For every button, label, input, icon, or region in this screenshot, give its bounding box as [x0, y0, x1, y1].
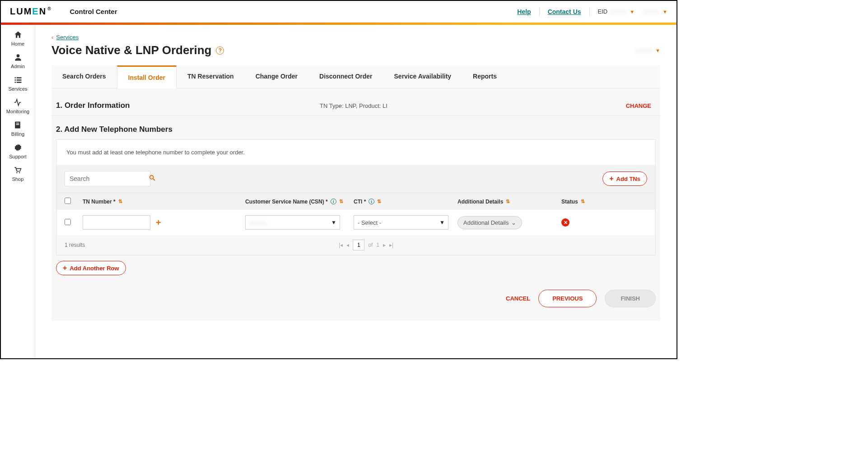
chevron-down-icon: ▼	[663, 9, 667, 14]
page-title: Voice Native & LNP Ordering ?	[51, 43, 224, 57]
plus-icon[interactable]: +	[156, 217, 161, 228]
page-title-text: Voice Native & LNP Ordering	[51, 43, 211, 57]
user-menu[interactable]: ——— ▼	[643, 8, 667, 15]
cti-select[interactable]: - Select -	[354, 215, 448, 230]
previous-button[interactable]: PREVIOUS	[538, 290, 597, 307]
svg-rect-2	[16, 77, 21, 79]
page-prev-icon[interactable]: ◂	[346, 242, 349, 248]
sidebar-item-support[interactable]: Support	[9, 143, 27, 159]
card-message: You must add at least one telephone numb…	[56, 140, 655, 165]
cart-icon	[13, 166, 22, 175]
breadcrumb: ‹ Services	[51, 34, 660, 41]
page-last-icon[interactable]: ▸|	[389, 242, 393, 248]
sidebar-item-admin[interactable]: Admin	[11, 53, 25, 69]
svg-point-12	[19, 172, 20, 174]
tn-card: You must add at least one telephone numb…	[56, 139, 656, 255]
main-content: ‹ Services Voice Native & LNP Ordering ?…	[35, 25, 677, 358]
svg-rect-5	[14, 82, 16, 83]
eid-label: EID	[598, 8, 608, 15]
col-status-label: Status	[561, 199, 578, 205]
search-box	[65, 171, 150, 186]
cancel-button[interactable]: CANCEL	[506, 295, 530, 302]
tab-bar: Search Orders Install Order TN Reservati…	[51, 65, 660, 88]
info-icon[interactable]: i	[331, 199, 336, 204]
tab-service-availability[interactable]: Service Availability	[383, 65, 462, 88]
user-value: ———	[643, 8, 660, 15]
svg-rect-6	[16, 82, 21, 83]
sort-icon[interactable]: ⇅	[339, 199, 343, 204]
home-icon	[14, 30, 23, 39]
select-all-checkbox[interactable]	[65, 198, 71, 204]
table-footer: 1 results |◂ ◂ of 1 ▸ ▸|	[56, 235, 655, 255]
col-additional-label: Additional Details	[457, 199, 503, 205]
chevron-down-icon: ▼	[630, 9, 635, 14]
finish-button[interactable]: FINISH	[605, 290, 656, 307]
sidebar-item-label: Admin	[11, 64, 25, 69]
info-icon[interactable]: i	[369, 199, 374, 204]
svg-rect-4	[16, 79, 21, 81]
eid-value: ———	[610, 8, 627, 15]
svg-point-11	[17, 172, 18, 174]
col-csn-label: Customer Service Name (CSN) *	[245, 199, 328, 205]
csn-select[interactable]: ———	[245, 215, 340, 230]
sidebar-item-shop[interactable]: Shop	[12, 166, 24, 182]
sort-icon[interactable]: ⇅	[118, 199, 122, 204]
tab-change-order[interactable]: Change Order	[245, 65, 308, 88]
svg-point-0	[16, 54, 19, 57]
breadcrumb-link[interactable]: Services	[56, 34, 79, 41]
sidebar-item-label: Support	[9, 154, 27, 159]
page-next-icon[interactable]: ▸	[383, 242, 386, 248]
change-button[interactable]: CHANGE	[626, 102, 651, 109]
divider	[589, 7, 590, 16]
billing-icon	[13, 120, 22, 130]
pager: |◂ ◂ of 1 ▸ ▸|	[339, 240, 393, 250]
logo: LUMEN®	[10, 6, 52, 17]
add-tns-label: Add TNs	[616, 176, 640, 182]
add-another-row-button[interactable]: + Add Another Row	[56, 261, 126, 275]
help-link[interactable]: Help	[517, 8, 531, 15]
section-1-title: 1. Order Information	[56, 101, 130, 110]
sidebar: Home Admin Services Monitoring Billing S…	[1, 25, 35, 358]
sidebar-item-label: Home	[11, 41, 24, 46]
action-row: CANCEL PREVIOUS FINISH	[51, 281, 660, 307]
card-toolbar: + Add TNs	[56, 165, 655, 193]
sort-icon[interactable]: ⇅	[377, 199, 381, 204]
svg-line-14	[153, 179, 155, 180]
search-input[interactable]	[70, 175, 149, 182]
section-2-title: 2. Add New Telephone Numbers	[51, 116, 660, 139]
sidebar-item-services[interactable]: Services	[8, 75, 27, 92]
tn-number-input[interactable]	[83, 215, 150, 230]
cti-value: - Select -	[358, 219, 381, 226]
top-bar: LUMEN® Control Center Help Contact Us EI…	[1, 1, 677, 23]
col-tn-label: TN Number *	[83, 199, 116, 205]
account-selector[interactable]: ——— ▼	[635, 47, 660, 54]
help-icon[interactable]: ?	[216, 46, 224, 55]
sidebar-item-monitoring[interactable]: Monitoring	[6, 98, 29, 114]
page-input[interactable]	[353, 240, 364, 250]
chevron-left-icon: ‹	[51, 34, 53, 41]
contact-link[interactable]: Contact Us	[548, 8, 581, 15]
tab-tn-reservation[interactable]: TN Reservation	[177, 65, 245, 88]
svg-rect-3	[14, 79, 16, 81]
gear-icon	[14, 143, 23, 152]
search-icon[interactable]	[149, 174, 156, 183]
tab-search-orders[interactable]: Search Orders	[51, 65, 117, 88]
tab-install-order[interactable]: Install Order	[117, 65, 177, 88]
app-name: Control Center	[70, 8, 117, 15]
sort-icon[interactable]: ⇅	[506, 199, 510, 204]
tab-disconnect-order[interactable]: Disconnect Order	[308, 65, 383, 88]
sort-icon[interactable]: ⇅	[581, 199, 585, 204]
tab-reports[interactable]: Reports	[462, 65, 508, 88]
additional-details-button[interactable]: Additional Details ⌄	[457, 216, 522, 229]
additional-details-label: Additional Details	[463, 219, 509, 226]
eid-display[interactable]: EID ——— ▼	[598, 8, 635, 15]
add-another-row-label: Add Another Row	[70, 265, 119, 272]
page-first-icon[interactable]: |◂	[339, 242, 343, 248]
sidebar-item-billing[interactable]: Billing	[11, 120, 24, 137]
row-checkbox[interactable]	[65, 219, 71, 225]
add-tns-button[interactable]: + Add TNs	[602, 171, 647, 186]
svg-point-13	[150, 176, 154, 179]
svg-rect-1	[14, 77, 16, 79]
page-total: 1	[376, 242, 379, 248]
sidebar-item-home[interactable]: Home	[11, 30, 24, 46]
